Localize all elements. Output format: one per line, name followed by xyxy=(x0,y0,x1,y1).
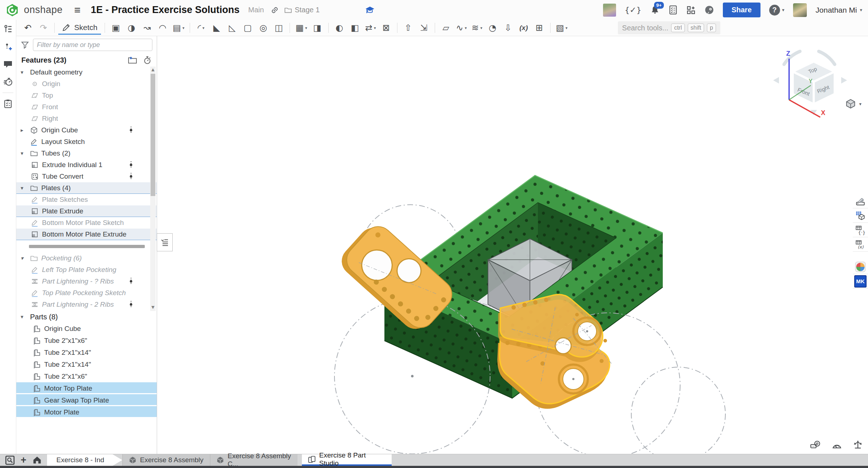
share-button[interactable]: Share xyxy=(723,3,760,17)
shell-button[interactable]: ▢ xyxy=(240,21,255,35)
assembly-pattern-button[interactable]: ⊞ xyxy=(532,21,547,35)
suppress-slider-icon[interactable] xyxy=(128,126,134,135)
feature-row[interactable]: Tube Convert xyxy=(16,171,157,182)
mass-properties-icon[interactable] xyxy=(853,440,863,449)
part-row[interactable]: Motor Plate xyxy=(16,406,157,418)
feature-row[interactable]: ▾Tubes (2) xyxy=(16,148,157,159)
variable-button[interactable]: (x) xyxy=(517,21,531,35)
feature-row[interactable]: Part Lightening - 2 Ribs xyxy=(16,299,157,310)
new-tab-button[interactable]: + xyxy=(21,455,26,465)
fit-spline-button[interactable]: ∿▾ xyxy=(454,21,469,35)
mk-app-icon[interactable]: MK xyxy=(853,274,868,289)
view-cube[interactable]: Top Front Right Z X Y xyxy=(767,43,852,121)
feature-row[interactable]: ▸Origin Cube xyxy=(16,124,157,136)
user-avatar[interactable] xyxy=(793,3,807,17)
tab-exercise-8-assembly-copy[interactable]: Exercise 8 Assembly C... xyxy=(210,454,298,466)
linear-pattern-button[interactable]: ▦▾ xyxy=(294,21,309,35)
tab-exercise-8-assembly[interactable]: Exercise 8 Assembly xyxy=(122,454,210,466)
feature-row[interactable]: Bottom Motor Plate Sketch xyxy=(16,217,157,229)
chamfer-button[interactable]: ◣ xyxy=(209,21,224,35)
offset-surface-button[interactable]: ⇧ xyxy=(401,21,416,35)
move-face-button[interactable]: ⇲ xyxy=(417,21,431,35)
feature-row[interactable]: Plate Sketches xyxy=(16,194,157,205)
revolve-button[interactable]: ◑ xyxy=(124,21,139,35)
scroll-up-icon[interactable]: ▲ xyxy=(150,67,156,72)
fillet-button[interactable]: ◜▾ xyxy=(194,21,208,35)
part-row[interactable]: Tube 2"x1"x6" xyxy=(16,370,157,382)
part-row[interactable]: Gear Swap Top Plate xyxy=(16,394,157,406)
version-breadcrumb[interactable]: Stage 1 xyxy=(284,6,320,14)
feature-row[interactable]: Layout Sketch xyxy=(16,136,157,148)
follow-checklist-icon[interactable] xyxy=(3,99,13,109)
split-button[interactable]: ◧ xyxy=(348,21,362,35)
chevron-down-icon[interactable]: ▾ xyxy=(21,314,30,320)
feature-row[interactable]: Extrude Individual 1 xyxy=(16,159,157,171)
mirror-button[interactable]: ◨ xyxy=(310,21,325,35)
feature-row[interactable]: Part Lightening - ? Ribs xyxy=(16,276,157,287)
partial-ellipse-button[interactable]: ◔ xyxy=(485,21,500,35)
sketch-button[interactable]: Sketch xyxy=(58,21,101,35)
tasks-button[interactable] xyxy=(669,5,678,15)
apps-button[interactable] xyxy=(686,5,696,15)
feature-row[interactable]: Right xyxy=(16,113,157,124)
color-app-icon[interactable] xyxy=(853,260,868,274)
hole-button[interactable]: ◎ xyxy=(256,21,270,35)
learning-center-button[interactable] xyxy=(704,5,714,15)
tab-exercise-8-ind[interactable]: Exercise 8 - Ind xyxy=(47,454,122,466)
suppress-slider-icon[interactable] xyxy=(128,300,134,309)
copy-link-icon[interactable] xyxy=(270,6,279,14)
scrollbar-thumb[interactable] xyxy=(151,74,155,196)
rollback-history-icon[interactable] xyxy=(143,56,152,64)
chevron-down-icon[interactable]: ▾ xyxy=(21,185,30,191)
scroll-down-icon[interactable]: ▼ xyxy=(150,305,156,310)
helix-button[interactable]: ≋▾ xyxy=(470,21,484,35)
part-row[interactable]: Tube 2"x1"x6" xyxy=(16,335,157,346)
delete-part-button[interactable]: ⊠ xyxy=(379,21,393,35)
history-icon[interactable] xyxy=(3,77,13,87)
feature-row[interactable]: Bottom Motor Plate Extrude xyxy=(16,229,157,240)
feature-row[interactable]: Plate Extrude xyxy=(16,205,157,217)
redo-button[interactable]: ↷ xyxy=(36,21,51,35)
rollback-bar[interactable] xyxy=(29,245,145,248)
feature-row[interactable]: ▾Plates (4) xyxy=(16,182,157,194)
tab-exercise-8-part-studio[interactable]: Exercise 8 Part Studio xyxy=(302,454,392,466)
configuration-table-icon[interactable] xyxy=(853,223,868,237)
suppress-slider-icon[interactable] xyxy=(128,172,134,181)
tree-scrollbar[interactable]: ▲ ▼ xyxy=(150,67,156,311)
comments-icon[interactable] xyxy=(3,60,13,69)
view-options-button[interactable]: ▾ xyxy=(845,98,861,109)
part-row[interactable]: Motor Top Plate xyxy=(16,382,157,394)
feature-row[interactable]: Top xyxy=(16,90,157,101)
workspace-label[interactable]: Main xyxy=(248,6,264,14)
add-folder-icon[interactable] xyxy=(128,56,137,64)
part-row[interactable]: Origin Cube xyxy=(16,323,157,335)
part-row[interactable]: Tube 2"x1"x14" xyxy=(16,358,157,370)
find-in-document-icon[interactable] xyxy=(5,455,15,465)
feature-filter-input[interactable] xyxy=(33,39,152,51)
boolean-button[interactable]: ◐ xyxy=(332,21,347,35)
feature-script-check-icon[interactable]: {✓} xyxy=(625,5,641,14)
chevron-right-icon[interactable]: ▸ xyxy=(21,127,30,133)
transform-button[interactable]: ⇄▾ xyxy=(363,21,378,35)
onshape-logo-icon[interactable] xyxy=(6,4,19,17)
angle-measure-icon[interactable] xyxy=(832,440,842,449)
3d-model-scene[interactable] xyxy=(157,36,868,454)
sweep-button[interactable]: ↝ xyxy=(140,21,154,35)
plane-button[interactable]: ▱ xyxy=(439,21,453,35)
create-version-icon[interactable] xyxy=(3,42,13,52)
thicken-button[interactable]: ▤▾ xyxy=(171,21,186,35)
loft-button[interactable]: ◠ xyxy=(155,21,170,35)
chevron-down-icon[interactable]: ▾ xyxy=(21,255,30,261)
draft-button[interactable]: ◺ xyxy=(225,21,239,35)
filter-funnel-icon[interactable] xyxy=(21,41,29,49)
named-views-button[interactable]: ▧▾ xyxy=(554,21,569,35)
education-badge-icon[interactable] xyxy=(365,6,375,14)
feature-row[interactable]: ▾Default geometry xyxy=(16,67,157,78)
feature-row[interactable]: Top Plate Pocketing Sketch xyxy=(16,287,157,299)
feature-row[interactable]: Left Top Plate Pocketing xyxy=(16,264,157,276)
part-row[interactable]: Tube 2"x1"x14" xyxy=(16,346,157,358)
notifications-button[interactable]: 9+ xyxy=(650,5,660,15)
import-derived-button[interactable]: ⇩ xyxy=(501,21,515,35)
appearance-panel-icon[interactable] xyxy=(853,194,868,208)
rib-button[interactable]: ◫ xyxy=(271,21,286,35)
